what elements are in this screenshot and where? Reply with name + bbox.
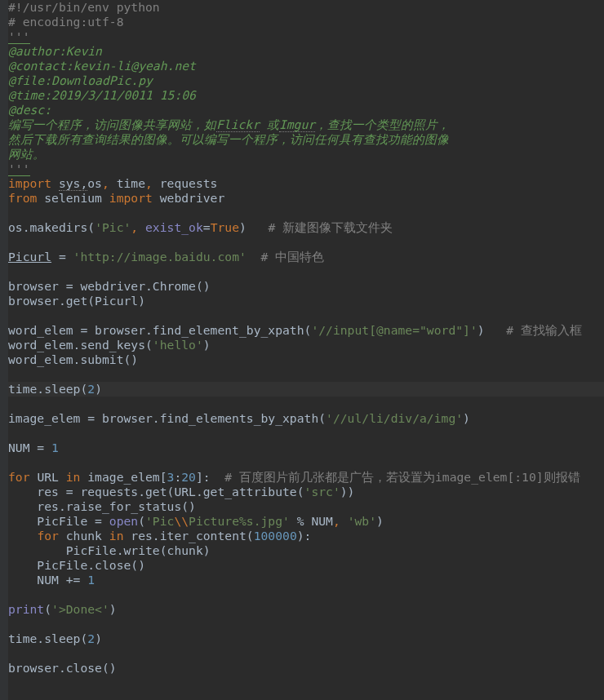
code-line[interactable]: #!/usr/bin/env python bbox=[8, 0, 604, 15]
code-line[interactable]: 然后下载所有查询结果的图像。可以编写一个程序，访问任何具有查找功能的图像 bbox=[8, 132, 604, 147]
code-line[interactable]: PicFile = open('Pic\\Picture%s.jpg' % NU… bbox=[8, 514, 604, 529]
code-line[interactable]: for chunk in res.iter_content(100000): bbox=[8, 529, 604, 543]
code-line[interactable]: @desc: bbox=[8, 103, 604, 117]
code-line[interactable]: NUM = 1 bbox=[8, 441, 604, 455]
code-line[interactable]: ''' bbox=[8, 29, 604, 44]
code-line[interactable]: res.raise_for_status() bbox=[8, 499, 604, 514]
code-line[interactable]: @author:Kevin bbox=[8, 44, 604, 59]
code-line[interactable]: @file:DownloadPic.py bbox=[8, 73, 604, 88]
code-line[interactable]: time.sleep(2) bbox=[8, 631, 604, 646]
code-line[interactable] bbox=[8, 397, 604, 411]
code-line[interactable]: word_elem = browser.find_element_by_xpat… bbox=[8, 323, 604, 338]
code-line[interactable]: from selenium import webdriver bbox=[8, 191, 604, 206]
code-line[interactable]: ''' bbox=[8, 162, 604, 176]
code-line[interactable]: image_elem = browser.find_elements_by_xp… bbox=[8, 411, 604, 426]
code-line[interactable]: browser.close() bbox=[8, 661, 604, 676]
code-line[interactable]: word_elem.send_keys('hello') bbox=[8, 338, 604, 352]
code-line[interactable] bbox=[8, 264, 604, 279]
code-line[interactable]: word_elem.submit() bbox=[8, 352, 604, 367]
code-line[interactable]: print('>Done<') bbox=[8, 602, 604, 617]
code-line[interactable]: import sys,os, time, requests bbox=[8, 176, 604, 191]
code-line[interactable]: # encoding:utf-8 bbox=[8, 15, 604, 29]
code-line[interactable]: @contact:kevin-li@yeah.net bbox=[8, 59, 604, 73]
code-line[interactable] bbox=[8, 235, 604, 250]
code-line[interactable]: Picurl = 'http://image.baidu.com' # 中国特色 bbox=[8, 250, 604, 264]
code-line[interactable] bbox=[8, 426, 604, 441]
code-line[interactable]: PicFile.close() bbox=[8, 558, 604, 573]
code-line[interactable] bbox=[8, 587, 604, 602]
code-line[interactable]: NUM += 1 bbox=[8, 573, 604, 587]
code-line[interactable]: browser.get(Picurl) bbox=[8, 294, 604, 308]
code-line[interactable] bbox=[8, 455, 604, 470]
code-line[interactable]: @time:2019/3/11/0011 15:06 bbox=[8, 88, 604, 103]
editor-gutter bbox=[0, 0, 8, 700]
code-line[interactable] bbox=[8, 646, 604, 661]
code-line[interactable]: browser = webdriver.Chrome() bbox=[8, 279, 604, 294]
code-line[interactable] bbox=[8, 206, 604, 220]
code-line[interactable]: res = requests.get(URL.get_attribute('sr… bbox=[8, 485, 604, 499]
code-line[interactable] bbox=[8, 617, 604, 631]
code-line[interactable]: os.makedirs('Pic', exist_ok=True) # 新建图像… bbox=[8, 220, 604, 235]
code-line[interactable] bbox=[8, 367, 604, 382]
code-line[interactable]: 网站。 bbox=[8, 147, 604, 162]
code-line[interactable]: 编写一个程序，访问图像共享网站，如Flickr 或Imgur，查找一个类型的照片… bbox=[8, 117, 604, 132]
code-line[interactable]: time.sleep(2) bbox=[8, 382, 604, 397]
code-line[interactable]: PicFile.write(chunk) bbox=[8, 543, 604, 558]
code-line[interactable]: for URL in image_elem[3:20]: # 百度图片前几张都是… bbox=[8, 470, 604, 485]
code-line[interactable] bbox=[8, 308, 604, 323]
